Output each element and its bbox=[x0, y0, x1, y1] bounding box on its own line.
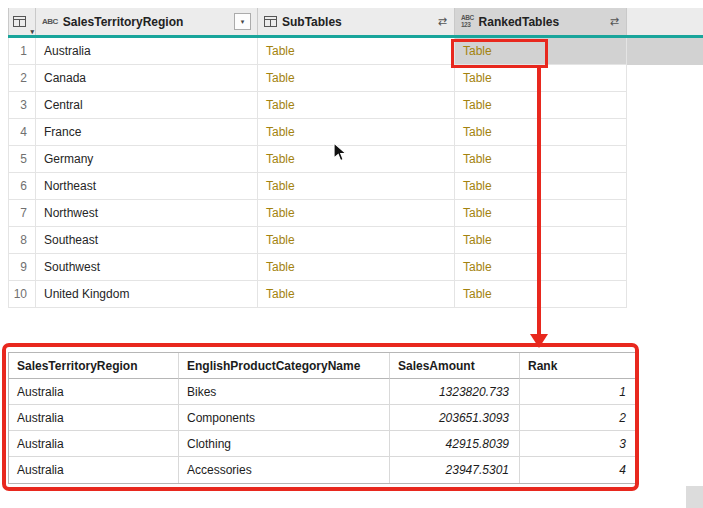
cell-region[interactable]: Australia bbox=[36, 38, 258, 65]
preview-cell: 2 bbox=[520, 405, 636, 431]
cell-subtables-link[interactable]: Table bbox=[258, 173, 455, 200]
preview-header-row: SalesTerritoryRegion EnglishProductCateg… bbox=[9, 353, 636, 379]
row-number[interactable]: 10 bbox=[8, 281, 36, 308]
row-filler bbox=[627, 200, 703, 227]
text-type-icon: ABC bbox=[42, 17, 58, 26]
row-filler bbox=[627, 38, 703, 65]
any-type-icon: ABC 123 bbox=[461, 15, 474, 28]
column-header-subtables[interactable]: SubTables ⇄ bbox=[258, 8, 455, 35]
preview-cell: Australia bbox=[9, 431, 179, 457]
cell-rankedtables-link[interactable]: Table bbox=[455, 200, 627, 227]
table-row: 7 Northwest Table Table bbox=[8, 200, 703, 227]
table-type-icon bbox=[264, 16, 277, 27]
expand-column-button[interactable]: ⇄ bbox=[610, 15, 619, 28]
preview-cell: 42915.8039 bbox=[390, 431, 520, 457]
row-filler bbox=[627, 92, 703, 119]
row-number[interactable]: 6 bbox=[8, 173, 36, 200]
cell-region[interactable]: Northwest bbox=[36, 200, 258, 227]
cell-rankedtables-link[interactable]: Table bbox=[455, 92, 627, 119]
preview-header-cell: SalesAmount bbox=[390, 353, 520, 379]
row-number[interactable]: 8 bbox=[8, 227, 36, 254]
row-filler bbox=[627, 65, 703, 92]
any-type-icon-123: 123 bbox=[461, 22, 474, 29]
preview-cell: Australia bbox=[9, 405, 179, 431]
cell-subtables-link[interactable]: Table bbox=[258, 38, 455, 65]
preview-header-cell: Rank bbox=[520, 353, 636, 379]
preview-cell: 4 bbox=[520, 457, 636, 483]
column-header-salesterritoryregion[interactable]: ABC SalesTerritoryRegion ▾ bbox=[36, 8, 258, 35]
cell-rankedtables-link[interactable]: Table bbox=[455, 65, 627, 92]
preview-cell: 1323820.733 bbox=[390, 379, 520, 405]
preview-cell: Clothing bbox=[179, 431, 390, 457]
preview-row: Australia Accessories 23947.5301 4 bbox=[9, 457, 636, 483]
table-row: 2 Canada Table Table bbox=[8, 65, 703, 92]
chevron-down-icon: ▾ bbox=[30, 28, 34, 35]
row-filler bbox=[627, 173, 703, 200]
column-label: SubTables bbox=[282, 15, 342, 29]
column-header-rankedtables[interactable]: ABC 123 RankedTables ⇄ bbox=[455, 8, 627, 35]
preview-cell: Australia bbox=[9, 457, 179, 483]
row-filler bbox=[627, 227, 703, 254]
cell-region[interactable]: Germany bbox=[36, 146, 258, 173]
select-all-button[interactable]: ▾ bbox=[8, 8, 36, 35]
cell-subtables-link[interactable]: Table bbox=[258, 254, 455, 281]
preview-row: Australia Bikes 1323820.733 1 bbox=[9, 379, 636, 405]
row-number[interactable]: 1 bbox=[8, 38, 36, 65]
cell-rankedtables-link[interactable]: Table bbox=[455, 254, 627, 281]
row-number[interactable]: 7 bbox=[8, 200, 36, 227]
cell-rankedtables-link[interactable]: Table bbox=[455, 227, 627, 254]
table-icon bbox=[13, 16, 26, 27]
row-number[interactable]: 9 bbox=[8, 254, 36, 281]
cell-rankedtables-link[interactable]: Table bbox=[455, 281, 627, 308]
row-number[interactable]: 5 bbox=[8, 146, 36, 173]
cell-rankedtables-link[interactable]: Table bbox=[455, 38, 627, 65]
cell-region[interactable]: Southeast bbox=[36, 227, 258, 254]
cell-region[interactable]: France bbox=[36, 119, 258, 146]
preview-header-cell: EnglishProductCategoryName bbox=[179, 353, 390, 379]
table-row: 4 France Table Table bbox=[8, 119, 703, 146]
query-grid-body: 1 Australia Table Table 2 Canada Table T… bbox=[8, 38, 703, 308]
scrollbar-corner bbox=[686, 486, 703, 508]
preview-cell: 1 bbox=[520, 379, 636, 405]
expand-column-button[interactable]: ⇄ bbox=[438, 15, 447, 28]
preview-cell: Australia bbox=[9, 379, 179, 405]
preview-cell: Accessories bbox=[179, 457, 390, 483]
cell-subtables-link[interactable]: Table bbox=[258, 119, 455, 146]
table-row: 10 United Kingdom Table Table bbox=[8, 281, 703, 308]
query-grid-header: ▾ ABC SalesTerritoryRegion ▾ SubTables ⇄… bbox=[8, 8, 703, 35]
cell-region[interactable]: Southwest bbox=[36, 254, 258, 281]
row-number[interactable]: 2 bbox=[8, 65, 36, 92]
row-number[interactable]: 3 bbox=[8, 92, 36, 119]
row-number[interactable]: 4 bbox=[8, 119, 36, 146]
cell-subtables-link[interactable]: Table bbox=[258, 92, 455, 119]
cell-region[interactable]: United Kingdom bbox=[36, 281, 258, 308]
table-row: 6 Northeast Table Table bbox=[8, 173, 703, 200]
row-filler bbox=[627, 119, 703, 146]
preview-row: Australia Components 203651.3093 2 bbox=[9, 405, 636, 431]
cell-region[interactable]: Central bbox=[36, 92, 258, 119]
column-label: RankedTables bbox=[479, 15, 559, 29]
cell-subtables-link[interactable]: Table bbox=[258, 65, 455, 92]
cell-subtables-link[interactable]: Table bbox=[258, 227, 455, 254]
cell-rankedtables-link[interactable]: Table bbox=[455, 173, 627, 200]
annotation-arrow-head-icon bbox=[530, 334, 548, 348]
preview-cell: 203651.3093 bbox=[390, 405, 520, 431]
preview-cell: 23947.5301 bbox=[390, 457, 520, 483]
row-filler bbox=[627, 281, 703, 308]
preview-header-cell: SalesTerritoryRegion bbox=[9, 353, 179, 379]
cell-rankedtables-link[interactable]: Table bbox=[455, 146, 627, 173]
power-query-editor: ▾ ABC SalesTerritoryRegion ▾ SubTables ⇄… bbox=[0, 0, 703, 508]
preview-cell: Components bbox=[179, 405, 390, 431]
cell-rankedtables-link[interactable]: Table bbox=[455, 119, 627, 146]
cell-region[interactable]: Northeast bbox=[36, 173, 258, 200]
preview-cell: 3 bbox=[520, 431, 636, 457]
cell-subtables-link[interactable]: Table bbox=[258, 146, 455, 173]
filter-dropdown-button[interactable]: ▾ bbox=[234, 13, 251, 30]
cell-subtables-link[interactable]: Table bbox=[258, 281, 455, 308]
cell-subtables-link[interactable]: Table bbox=[258, 200, 455, 227]
cell-region[interactable]: Canada bbox=[36, 65, 258, 92]
row-filler bbox=[627, 254, 703, 281]
row-filler bbox=[627, 146, 703, 173]
table-row: 3 Central Table Table bbox=[8, 92, 703, 119]
table-row: 8 Southeast Table Table bbox=[8, 227, 703, 254]
